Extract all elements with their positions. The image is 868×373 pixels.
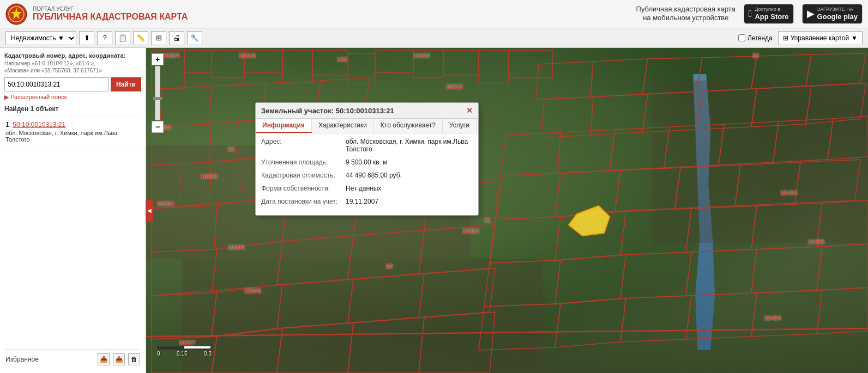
table-tool-btn[interactable]: ⊞ <box>151 31 166 45</box>
favorites-label: Избранное <box>5 356 94 363</box>
scale-03: 0.3 <box>204 351 212 357</box>
manage-map-icon: ⊞ <box>783 34 788 42</box>
scale-015: 0.15 <box>177 351 187 357</box>
zoom-bar <box>155 66 160 120</box>
googleplay-sub: ЗАГРУЗИТЕ НА <box>817 7 858 13</box>
value-ownership: Нет данных <box>346 185 473 192</box>
search-label: Кадастровый номер, адрес, координата: <box>4 52 141 59</box>
label-reg-date: Дата постановки на учет: <box>261 198 346 205</box>
tab-services[interactable]: Услуги <box>443 119 477 133</box>
googleplay-badge[interactable]: ▶ ЗАГРУЗИТЕ НА Google play <box>802 4 863 23</box>
popup-title: Земельный участок: 50:10:0010313:21 <box>261 107 394 115</box>
appstore-text: Доступно в App Store <box>755 7 788 21</box>
header-mobile-text: Публичная кадастровая карта на мобильном… <box>636 5 736 23</box>
toolbar: Недвижимость ▼ ⬆ ? 📋 📏 ⊞ 🖨 🔧 Легенда ⊞ У… <box>0 28 868 48</box>
fav-delete-btn[interactable]: 🗑 <box>128 353 140 365</box>
popup-header: Земельный участок: 50:10:0010313:21 ✕ <box>256 103 478 119</box>
legend-label: Легенда <box>748 34 773 42</box>
appstore-icon:  <box>749 8 752 20</box>
search-row: Найти <box>4 77 141 91</box>
info-tool-btn[interactable]: ? <box>97 31 112 45</box>
appstore-name: App Store <box>755 13 788 21</box>
fav-import-btn[interactable]: 📥 <box>98 353 110 365</box>
portal-label: ПОРТАЛ УСЛУГ <box>33 6 188 12</box>
found-label: Найден 1 объект <box>4 105 141 115</box>
map-background <box>146 48 868 373</box>
settings-tool-btn[interactable]: 🔧 <box>187 31 202 45</box>
urban-area-2 <box>182 259 543 373</box>
favorites-bar: Избранное 📥 📤 🗑 <box>4 350 141 369</box>
header-title-block: ПОРТАЛ УСЛУГ ПУБЛИЧНАЯ КАДАСТРОВАЯ КАРТА <box>33 6 188 22</box>
manage-map-btn[interactable]: ⊞ Управление картой ▼ <box>778 31 863 45</box>
appstore-sub: Доступно в <box>755 7 788 13</box>
result-address: обл. Московская, г. Химки, парк им.Льва … <box>5 130 140 143</box>
property-type-select[interactable]: Недвижимость ▼ <box>5 31 76 45</box>
map-container[interactable]: 10304 10310 132 10310 33 10312 10202 23 … <box>146 48 868 373</box>
zoom-handle[interactable] <box>153 97 162 100</box>
result-item: 1. 50:10:0010313:21 ☆ обл. Московская, г… <box>4 119 141 145</box>
tab-characteristics[interactable]: Характеристики <box>312 119 374 133</box>
label-area: Уточненная площадь: <box>261 158 346 166</box>
popup-tabs: Информация Характеристики Кто обслуживае… <box>256 119 478 133</box>
toolbar-right: Легенда ⊞ Управление картой ▼ <box>738 31 863 45</box>
search-input[interactable] <box>4 77 108 91</box>
value-cadastral-value: 44 490 685.00 руб. <box>346 172 473 179</box>
legend-checkbox[interactable] <box>738 34 745 41</box>
info-row-ownership: Форма собственности: Нет данных <box>261 185 473 192</box>
print-tool-btn[interactable]: 🖨 <box>169 31 184 45</box>
map-title: ПУБЛИЧНАЯ КАДАСТРОВАЯ КАРТА <box>33 12 188 22</box>
header-right: Публичная кадастровая карта на мобильном… <box>636 4 863 23</box>
label-address: Адрес: <box>261 138 346 153</box>
info-row-value: Кадастровая стоимость: 44 490 685.00 руб… <box>261 172 473 179</box>
manage-map-label: Управление картой <box>791 34 849 42</box>
result-number: 1. <box>5 121 13 129</box>
tab-info[interactable]: Информация <box>256 119 312 133</box>
main-layout: Кадастровый номер, адрес, координата: На… <box>0 48 868 373</box>
legend-checkbox-label[interactable]: Легенда <box>738 34 773 42</box>
info-row-address: Адрес: обл. Московская, г. Химки, парк и… <box>261 138 473 153</box>
googleplay-text: ЗАГРУЗИТЕ НА Google play <box>817 7 858 21</box>
toolbar-separator <box>207 33 207 44</box>
cursor-tool-btn[interactable]: ⬆ <box>79 31 94 45</box>
googleplay-icon: ▶ <box>807 8 815 20</box>
advanced-search-link[interactable]: Расширенный поиск <box>4 94 141 101</box>
scale-0: 0 <box>157 351 160 357</box>
draw-tool-btn[interactable]: 📋 <box>115 31 130 45</box>
tab-who-serves[interactable]: Кто обслуживает? <box>374 119 443 133</box>
map-controls: + − <box>152 53 164 133</box>
scale-line <box>157 346 212 350</box>
value-area: 9 500.00 кв. м <box>346 158 473 166</box>
value-address: обл. Московская, г. Химки, парк им.Льва … <box>346 138 473 153</box>
googleplay-name: Google play <box>817 13 858 21</box>
sidebar: Кадастровый номер, адрес, координата: На… <box>0 48 146 373</box>
result-star-icon[interactable]: ☆ <box>69 121 75 129</box>
scale-bar: 0 0.15 0.3 <box>157 346 212 357</box>
fav-export-btn[interactable]: 📤 <box>113 353 125 365</box>
appstore-badge[interactable]:  Доступно в App Store <box>744 4 794 23</box>
label-cadastral-value: Кадастровая стоимость: <box>261 172 346 179</box>
measure-tool-btn[interactable]: 📏 <box>133 31 148 45</box>
result-link[interactable]: 50:10:0010313:21 <box>13 121 65 129</box>
info-row-date: Дата постановки на учет: 19.11.2007 <box>261 198 473 205</box>
scale-labels: 0 0.15 0.3 <box>157 351 212 357</box>
urban-area-3 <box>652 81 868 243</box>
zoom-out-btn[interactable]: − <box>152 121 164 133</box>
label-ownership: Форма собственности: <box>261 185 346 192</box>
popup: Земельный участок: 50:10:0010313:21 ✕ Ин… <box>255 102 479 216</box>
popup-close-btn[interactable]: ✕ <box>466 106 473 115</box>
results-list: 1. 50:10:0010313:21 ☆ обл. Московская, г… <box>4 119 141 350</box>
manage-map-arrow: ▼ <box>851 34 858 42</box>
logo-emblem <box>5 3 27 25</box>
popup-content: Адрес: обл. Московская, г. Химки, парк и… <box>256 133 478 215</box>
value-reg-date: 19.11.2007 <box>346 198 473 205</box>
header: ПОРТАЛ УСЛУГ ПУБЛИЧНАЯ КАДАСТРОВАЯ КАРТА… <box>0 0 868 28</box>
zoom-in-btn[interactable]: + <box>152 53 164 65</box>
header-left: ПОРТАЛ УСЛУГ ПУБЛИЧНАЯ КАДАСТРОВАЯ КАРТА <box>5 3 188 25</box>
info-row-area: Уточненная площадь: 9 500.00 кв. м <box>261 158 473 166</box>
sidebar-toggle[interactable]: ◀ <box>146 200 153 222</box>
search-hint: Например «61:6:10104:12», «61:6:», «Моск… <box>4 60 141 74</box>
search-button[interactable]: Найти <box>111 77 141 91</box>
